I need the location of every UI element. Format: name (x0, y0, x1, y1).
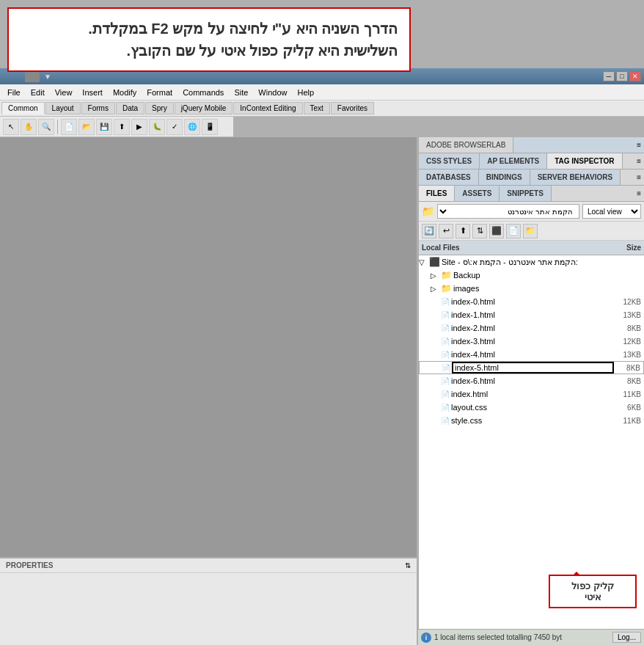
panel-tabs-files: FILES ASSETS SNIPPETS ≡ (419, 186, 644, 202)
menu-format[interactable]: Format (142, 87, 177, 98)
close-button[interactable]: ✕ (629, 71, 641, 81)
tab-databases[interactable]: DATABASES (419, 170, 479, 185)
files-up-btn[interactable]: ⬆ (455, 224, 470, 238)
files-new-folder-btn[interactable]: 📁 (523, 224, 538, 238)
tab-data[interactable]: Data (116, 102, 144, 114)
list-item[interactable]: 📄 index-1.html 13KB (419, 308, 644, 321)
tab-spry[interactable]: Spry (145, 102, 174, 114)
files-expand-btn[interactable]: ⬛ (489, 224, 504, 238)
tab-server-behaviors[interactable]: SERVER BEHAVIORS (530, 170, 621, 185)
rename-input[interactable] (452, 362, 614, 373)
tool-debug[interactable]: 🐛 (149, 119, 165, 135)
root-collapse-icon[interactable]: ▽ (419, 258, 429, 266)
tool-zoom[interactable]: 🔍 (38, 119, 54, 135)
tab-forms[interactable]: Forms (81, 102, 115, 114)
tool-save[interactable]: 💾 (96, 119, 112, 135)
tab-ap-elements[interactable]: AP ELEMENTS (480, 153, 547, 169)
tool-browser[interactable]: 🌐 (184, 119, 200, 135)
site-dropdown[interactable]: הקמת אתר אינטרנט (437, 204, 579, 219)
menu-help[interactable]: Help (293, 87, 318, 98)
file-index6: index-6.html (451, 376, 615, 385)
tab-bindings[interactable]: BINDINGS (479, 170, 530, 185)
tool-new[interactable]: 📄 (61, 119, 77, 135)
tab-favorites[interactable]: Favorites (331, 102, 374, 114)
tab-css-styles[interactable]: CSS STYLES (419, 153, 480, 169)
tree-site-root[interactable]: ▽ ⬛ Site - הקמת אתר אינטרנט - הקמת א:\ס: (419, 255, 644, 269)
list-item[interactable]: 📄 index-2.html 8KB (419, 321, 644, 335)
status-bar: i 1 local items selected totalling 7450 … (418, 629, 644, 645)
images-expand-icon[interactable]: ▷ (431, 285, 441, 293)
list-item[interactable]: 📄 index-3.html 12KB (419, 335, 644, 348)
tab-browserlab[interactable]: ADOBE BROWSERLAB (419, 137, 513, 153)
tab-common[interactable]: Common (1, 102, 45, 114)
menu-modify[interactable]: Modify (109, 87, 141, 98)
panel-menu-files-icon[interactable]: ≡ (634, 189, 644, 197)
site-root-icon: ⬛ (429, 257, 440, 267)
callout-line1: קליק כפול (556, 580, 629, 591)
panel-options-icon[interactable]: ≡ (634, 141, 644, 149)
menu-edit[interactable]: Edit (26, 87, 49, 98)
tab-tag-inspector[interactable]: TAG INSPECTOR (547, 153, 622, 169)
tab-layout[interactable]: Layout (45, 102, 81, 114)
html-file-icon-0: 📄 (441, 298, 450, 306)
tool-arrow[interactable]: ↖ (3, 119, 19, 135)
tool-preview[interactable]: ▶ (131, 119, 147, 135)
tab-files[interactable]: FILES (419, 186, 455, 201)
file-layout-css: layout.css (451, 403, 615, 412)
file-index0: index-0.html (451, 297, 615, 306)
view-dropdown[interactable]: Local view (582, 204, 641, 219)
panel-menu-db-icon[interactable]: ≡ (634, 173, 644, 181)
tab-text[interactable]: Text (304, 102, 330, 114)
list-item[interactable]: 📄 index.html 11KB (419, 387, 644, 401)
backup-expand-icon[interactable]: ▷ (431, 272, 441, 280)
size-index1: 13KB (615, 311, 644, 319)
menu-site[interactable]: Site (230, 87, 252, 98)
minimize-button[interactable]: ─ (603, 71, 615, 81)
main-toolbar: ↖ ✋ 🔍 📄 📂 💾 ⬆ ▶ 🐛 ✓ 🌐 📱 (0, 117, 233, 137)
menu-insert[interactable]: Insert (78, 87, 107, 98)
menu-commands[interactable]: Commands (178, 87, 228, 98)
title-dropdown-arrow[interactable]: ▼ (44, 73, 51, 81)
dw-icon (25, 70, 40, 82)
file-index3: index-3.html (451, 337, 615, 346)
properties-expand-icon[interactable]: ⇅ (405, 561, 411, 569)
menu-file[interactable]: File (3, 87, 25, 98)
tooltip-box: הדרך השניה היא ע"י לחיצה על מקש F2 במקלד… (7, 7, 411, 72)
list-item[interactable]: 📄 index-6.html 8KB (419, 374, 644, 387)
list-item[interactable]: 📄 style.css 11KB (419, 414, 644, 427)
backup-folder-icon: 📁 (441, 270, 452, 280)
tool-mobile[interactable]: 📱 (202, 119, 218, 135)
size-index0: 12KB (615, 298, 644, 306)
tool-hand[interactable]: ✋ (21, 119, 37, 135)
tool-open[interactable]: 📂 (78, 119, 95, 135)
tree-images-folder[interactable]: ▷ 📁 images (419, 282, 644, 295)
tree-renaming-item[interactable]: 📄 8KB (419, 361, 644, 374)
list-item[interactable]: 📄 layout.css 6KB (419, 401, 644, 414)
panel-tabs-db: DATABASES BINDINGS SERVER BEHAVIORS ≡ (419, 170, 644, 186)
menu-window[interactable]: Window (254, 87, 291, 98)
size-index5: 8KB (614, 364, 643, 372)
properties-header: PROPERTIES ⇅ (0, 558, 417, 573)
files-refresh-btn[interactable]: 🔄 (422, 224, 436, 238)
tool-validate[interactable]: ✓ (167, 119, 183, 135)
tab-snippets[interactable]: SNIPPETS (500, 186, 551, 201)
panel-menu-css-icon[interactable]: ≡ (634, 157, 644, 165)
insert-bar: Common Layout Forms Data Spry jQuery Mob… (0, 101, 644, 117)
list-item[interactable]: 📄 index-4.html 13KB (419, 348, 644, 361)
tool-upload[interactable]: ⬆ (114, 119, 130, 135)
list-item[interactable]: 📄 index-0.html 12KB (419, 295, 644, 308)
files-sync-btn[interactable]: ⇅ (472, 224, 487, 238)
file-index4: index-4.html (451, 350, 615, 359)
files-new-file-btn[interactable]: 📄 (506, 224, 521, 238)
tab-assets[interactable]: ASSETS (455, 186, 500, 201)
tab-jquery[interactable]: jQuery Mobile (175, 102, 233, 114)
tree-backup-folder[interactable]: ▷ 📁 Backup (419, 269, 644, 282)
properties-panel: PROPERTIES ⇅ (0, 557, 417, 645)
menu-view[interactable]: View (51, 87, 77, 98)
files-back-btn[interactable]: ↩ (439, 224, 453, 238)
log-button[interactable]: Log... (612, 632, 641, 643)
maximize-button[interactable]: □ (616, 71, 628, 81)
tab-incontext[interactable]: InContext Editing (233, 102, 302, 114)
status-text: 1 local items selected totalling 7450 by… (434, 633, 610, 641)
tooltip-line2: השלישית היא קליק כפול איטי על שם הקובץ. (21, 40, 398, 62)
